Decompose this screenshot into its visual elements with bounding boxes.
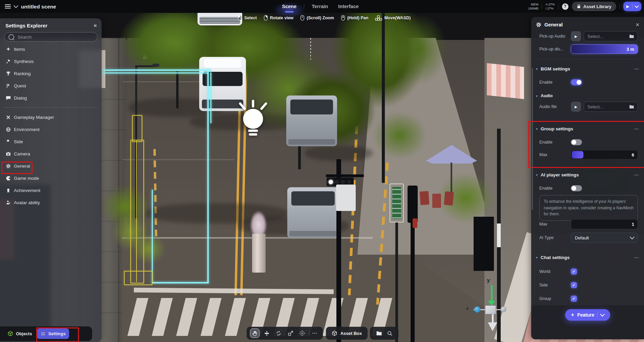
settings-list: Items Synthesis Ranking Quest Dialog G	[0, 43, 102, 209]
sidebar-item-quest[interactable]: Quest	[0, 80, 102, 92]
scale-tool-button[interactable]	[286, 328, 295, 338]
caret-down-icon[interactable]: ▾	[536, 127, 538, 131]
panel-scrollbar[interactable]	[532, 68, 533, 210]
chevron-down-icon[interactable]	[635, 4, 639, 8]
add-feature-button[interactable]: + Feature	[565, 309, 610, 321]
sidebar-item-items[interactable]: Items	[0, 43, 102, 55]
tab-interface[interactable]: Interface	[335, 4, 361, 9]
caret-down-icon[interactable]: ▾	[536, 67, 538, 71]
divider	[558, 4, 559, 9]
tab-scene[interactable]: Scene	[279, 4, 299, 9]
world-chat-checkbox[interactable]: ✓	[571, 269, 577, 275]
tab-separator	[304, 4, 304, 9]
tab-settings[interactable]: Settings	[37, 328, 69, 339]
menu-icon[interactable]	[5, 4, 11, 9]
sidebar-item-game-mode[interactable]: Game mode	[0, 172, 102, 184]
sidebar-item-achievement[interactable]: Achievement	[0, 184, 102, 196]
section-menu-icon[interactable]: ⋯	[634, 66, 639, 71]
yellow-wireframe-base	[124, 271, 152, 285]
asset-box-button[interactable]: Asset Box	[326, 327, 368, 340]
scene-title[interactable]: untitled scene	[21, 4, 56, 9]
play-button[interactable]: ▶	[623, 2, 641, 11]
focus-tool-button[interactable]	[297, 328, 307, 338]
sidebar-item-synthesis[interactable]: Synthesis	[0, 55, 102, 67]
traffic-light-vertical	[408, 186, 418, 223]
side-chat-checkbox[interactable]: ✓	[571, 282, 577, 288]
search-input[interactable]	[17, 34, 93, 40]
hand-tool-button[interactable]	[250, 328, 259, 338]
cart-white	[336, 185, 356, 211]
sidebar-item-gameplay-manager[interactable]: Gameplay Manager	[0, 111, 102, 123]
sidebar-item-side[interactable]: Side	[0, 135, 102, 148]
gizmo-handle-cube[interactable]	[485, 305, 496, 314]
play-audio-button[interactable]: ▶	[571, 102, 581, 112]
chevron-down-icon[interactable]	[600, 312, 605, 317]
mouse-scroll-icon	[300, 15, 305, 21]
folder-icon[interactable]	[376, 331, 382, 336]
more-tools-icon[interactable]: ⋯	[312, 330, 317, 336]
sidebar-item-camera[interactable]: Camera	[0, 148, 102, 160]
caret-down-icon[interactable]: ▾	[536, 256, 538, 259]
help-icon[interactable]: ?	[562, 3, 568, 10]
tab-objects[interactable]: Objects	[4, 328, 36, 339]
rotate-tool-button[interactable]	[274, 328, 283, 338]
sidebar-item-general[interactable]: General	[0, 160, 102, 172]
selection-wireframe-edge	[152, 190, 153, 283]
pickup-audio-select[interactable]: Select...	[584, 31, 638, 41]
section-menu-icon[interactable]: ⋯	[634, 126, 639, 131]
van-gray-2	[287, 187, 339, 238]
move-tool-button[interactable]	[262, 328, 271, 338]
bgm-settings-header: ▾ BGM settings ⋯	[536, 65, 639, 72]
ai-type-select[interactable]: Default	[571, 233, 638, 243]
sidebar-item-avatar-ability[interactable]: Avatar ability	[0, 196, 102, 209]
tree-canopy	[390, 14, 447, 85]
plus-icon: +	[571, 312, 574, 318]
section-menu-icon[interactable]: ⋯	[634, 255, 639, 260]
gizmo-down-arrowhead[interactable]	[488, 322, 497, 331]
asset-library-button[interactable]: Asset Library	[572, 2, 616, 11]
sliders-icon	[40, 331, 46, 337]
gizmo-handle-gray[interactable]	[501, 306, 506, 312]
cube-icon	[7, 331, 13, 337]
viewport-toolbar: ⋯	[247, 327, 323, 340]
chevron-down-icon[interactable]	[14, 3, 18, 8]
ai-enable-toggle[interactable]	[571, 185, 582, 191]
selection-wireframe-edge	[103, 69, 211, 71]
rotate-icon	[276, 330, 282, 336]
gizmo-handle-blue[interactable]	[474, 306, 480, 313]
group-max-slider[interactable]: 6	[571, 150, 638, 159]
gizmo-axis-x-label: x	[466, 306, 469, 311]
folder-icon	[629, 34, 634, 39]
hydrant-red	[413, 218, 417, 228]
general-icon	[5, 163, 11, 169]
collapse-panel-icon[interactable]: «	[94, 22, 97, 29]
play-audio-button[interactable]: ▶	[571, 31, 581, 41]
close-icon[interactable]: ×	[636, 22, 639, 28]
sidebar-item-dialog[interactable]: Dialog	[0, 92, 102, 104]
signal-backbox	[474, 217, 494, 271]
ai-type-row: AI Type Default	[539, 233, 638, 243]
tab-terrain[interactable]: Terrain	[309, 4, 331, 9]
section-menu-icon[interactable]: ⋯	[634, 172, 639, 177]
sidebar-item-environment[interactable]: Environment	[0, 123, 102, 135]
search-box[interactable]	[4, 32, 98, 42]
slider-fill	[572, 151, 583, 158]
awning-pink	[487, 63, 524, 99]
selection-wireframe-edge	[103, 72, 208, 73]
ai-max-input[interactable]: 1	[571, 219, 638, 229]
group-enable-toggle[interactable]	[571, 139, 582, 145]
bgm-enable-toggle[interactable]	[571, 79, 582, 85]
play-icon: ▶	[626, 4, 629, 9]
divider	[632, 4, 632, 9]
caret-down-icon[interactable]: ▾	[536, 173, 538, 177]
hint-rotate-view: Rotate view	[264, 15, 293, 21]
gizmo-y-arrow[interactable]	[491, 285, 493, 301]
group-chat-checkbox[interactable]: ✓	[571, 296, 577, 302]
sidebar-item-ranking[interactable]: Ranking	[0, 67, 102, 80]
search-icon[interactable]	[387, 330, 393, 336]
tree-trunk	[176, 71, 179, 108]
audio-file-select[interactable]: Select...	[584, 102, 638, 112]
pickup-distance-slider[interactable]: 3 m	[571, 44, 638, 54]
street-sign-green	[390, 184, 404, 222]
caret-down-icon[interactable]: ▾	[536, 94, 538, 98]
